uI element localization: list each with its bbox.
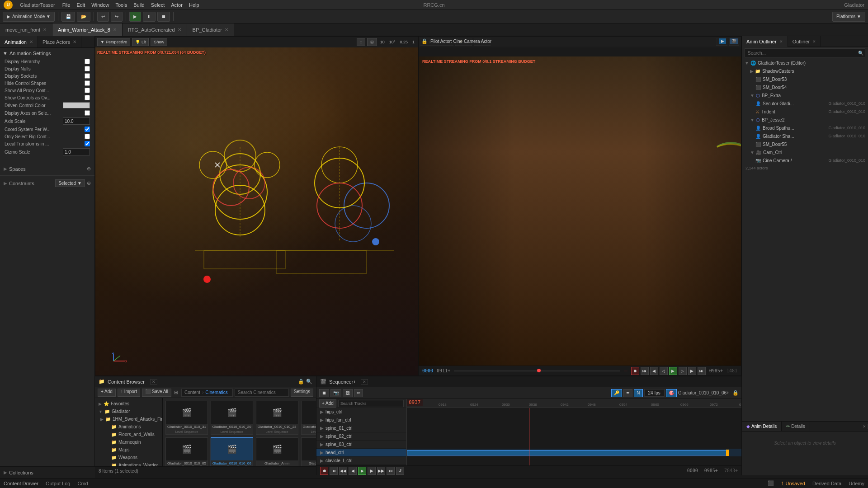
tab-place-close[interactable]: ✕ [73, 39, 76, 44]
seq-camera-btn[interactable]: 📷 [330, 389, 341, 397]
menu-file[interactable]: File [62, 2, 71, 8]
gizmo-scale-input[interactable] [63, 148, 90, 155]
spaces-add-icon[interactable]: ⊕ [87, 166, 91, 172]
tab-anim-outliner[interactable]: Anim Outliner ✕ [742, 36, 788, 47]
menu-build[interactable]: Build [133, 2, 144, 8]
seq-next[interactable]: ▶▶ [377, 467, 385, 475]
outliner-gladiator-sha[interactable]: 👤 Gladiator Sha... Gladiator_0010_010 [742, 132, 868, 140]
seq-record-btn[interactable]: N [634, 389, 642, 397]
fps-display[interactable]: 24 fps [644, 389, 665, 397]
constraints-row[interactable]: ▶ Constraints Selected ▼ ⊕ [0, 178, 94, 189]
prev-frame-btn[interactable]: ◀ [650, 367, 658, 375]
asset-card-5[interactable]: 🎬 Gladiator_0010_010_06 Level Sequence [211, 437, 253, 466]
seq-track-spine02[interactable]: ▶ spine_02_ctrl [316, 432, 406, 441]
axis-scale-input[interactable] [63, 117, 90, 125]
seq-pen-btn[interactable]: ✒ [623, 389, 632, 397]
seq-add-btn[interactable]: + Add [319, 399, 336, 408]
search-cinematics[interactable] [235, 389, 289, 397]
transform-button[interactable]: ↕ [357, 38, 365, 46]
outliner-broad-spathu[interactable]: 👤 Broad Spathu... Gladiator_0010_010 [742, 124, 868, 132]
tree-animations[interactable]: 📁 Animations [95, 423, 162, 431]
seq-track-hips-fan[interactable]: ▶ hips_fan_ctrl [316, 416, 406, 424]
seq-timeline[interactable]: 0937 0912 0918 0924 0930 0936 0942 0948 [407, 399, 741, 465]
grid-view-btn[interactable]: ⊞ [174, 389, 178, 395]
viewport-2[interactable]: ▼ Perspective 💡 Lit Show ⬜ ⊞ [418, 36, 741, 376]
udemy-btn[interactable]: Udemy [849, 481, 864, 486]
platforms-button[interactable]: Platforms ▼ [832, 12, 865, 22]
seq-track-spine03[interactable]: ▶ spine_03_ctrl [316, 441, 406, 449]
undo-button[interactable]: ↩ [97, 12, 109, 22]
display-axes-check[interactable] [85, 110, 90, 116]
seq-step-back[interactable]: ◀ [349, 467, 357, 475]
asset-card-4[interactable]: 🎬 Gladiator_0010_010_05 Level Sequence [165, 437, 208, 466]
asset-card-6[interactable]: 🎬 Gladiator_Anim Level Sequence [256, 437, 298, 466]
play-button[interactable]: ▶ [129, 12, 141, 22]
viewport-1[interactable]: ▼ Perspective 💡 Lit Show ↕ ⊞ 10 10° [95, 36, 418, 376]
tab-animation-close[interactable]: ✕ [29, 39, 33, 44]
seq-record-circle[interactable]: ⏺ [320, 467, 328, 475]
constraints-dropdown[interactable]: Selected ▼ [55, 179, 85, 187]
display-hierarchy-check[interactable] [85, 59, 90, 64]
seq-transport-btn[interactable]: ⏹ [319, 389, 329, 397]
seq-prev[interactable]: ◀◀ [339, 467, 347, 475]
source-control-btn[interactable]: ⬛ [768, 480, 774, 486]
skip-start-btn[interactable]: ⏮ [641, 367, 649, 375]
seq-track-clavicle-l[interactable]: ▶ clavicle_l_ctrl [316, 457, 406, 465]
lit-button-1[interactable]: 💡 Lit [132, 38, 149, 46]
tab-close[interactable]: ✕ [43, 27, 47, 32]
seq-track-head[interactable]: ▶ head_ctrl [316, 449, 406, 457]
seq-render-btn[interactable]: 🖼 [343, 389, 353, 397]
tree-animations-warrior[interactable]: 📁 Animations_Warrior [95, 461, 162, 466]
mode-button[interactable]: ▶ Animation Mode ▼ [3, 12, 55, 22]
only-select-check[interactable] [85, 134, 90, 139]
open-button[interactable]: 📂 [77, 12, 90, 22]
tree-1hm-sword[interactable]: ▶ 📁 1HM_Sword_Attacks_Finishers [95, 415, 162, 423]
outliner-sm-door54[interactable]: ⬛ SM_Door54 [742, 83, 868, 91]
hide-control-check[interactable] [85, 80, 90, 86]
skip-end-btn[interactable]: ⏭ [698, 367, 706, 375]
tab-animation[interactable]: Animation ✕ [0, 36, 38, 47]
play-forward-btn[interactable]: ▶ [669, 367, 677, 375]
tab-anim-warrior[interactable]: Anim_Warrior_Attack_8 ✕ [52, 23, 123, 36]
tree-gladiator-root[interactable]: ▼ 📁 Gladiator [95, 408, 162, 415]
seq-edit-btn[interactable]: ✏ [354, 389, 363, 397]
tab-bp-gladiator[interactable]: BP_Gladiator ✕ [187, 23, 234, 36]
content-browser-close-icon[interactable]: ✕ [150, 379, 157, 385]
seq-key-btn[interactable]: 🔑 [611, 389, 622, 397]
driven-color-swatch[interactable] [63, 102, 90, 108]
content-drawer-btn[interactable]: Content Drawer [4, 481, 38, 486]
pilot-icon-2[interactable]: 🎬 [730, 38, 738, 44]
display-nulls-check[interactable] [85, 66, 90, 71]
asset-card-3[interactable]: 🎬 Gladiator_0010_010_54 Level Sequence [301, 401, 316, 435]
constraints-add-icon[interactable]: ⊕ [87, 180, 91, 186]
unsaved-indicator[interactable]: 1 Unsaved [781, 481, 805, 486]
tab-close-active[interactable]: ✕ [113, 27, 117, 32]
anim-settings-header[interactable]: ▼ Animation Settings [3, 51, 92, 56]
menu-tools[interactable]: Tools [115, 2, 127, 8]
next-frame-btn[interactable]: ▶ [688, 367, 696, 375]
tree-mannequin[interactable]: 📁 Mannequin [95, 438, 162, 446]
anim-outliner-close[interactable]: ✕ [779, 39, 783, 44]
menu-edit[interactable]: Edit [76, 2, 85, 8]
asset-card-0[interactable]: 🎬 Gladiator_0010_010_31 Level Sequence [165, 401, 208, 435]
tab-close-3[interactable]: ✕ [225, 27, 228, 32]
tree-weapons[interactable]: 📁 Weapons [95, 454, 162, 461]
prev-btn[interactable]: ◁ [660, 367, 668, 375]
save-button[interactable]: 💾 [61, 12, 75, 22]
cmd-btn[interactable]: Cmd [77, 481, 88, 486]
outliner-sm-door53[interactable]: ⬛ SM_Door53 [742, 75, 868, 83]
proxy-cont-check[interactable] [85, 88, 90, 93]
seq-step-fwd[interactable]: ▶ [368, 467, 376, 475]
seq-playhead[interactable] [529, 408, 529, 465]
outliner-search[interactable] [745, 48, 865, 57]
details-close-icon[interactable]: ✕ [861, 424, 868, 429]
timeline-scrub[interactable] [454, 371, 620, 371]
asset-card-7[interactable]: 🎬 Gladiator_Man... Level Sequence [301, 437, 316, 466]
controls-overlay-check[interactable] [85, 95, 90, 100]
seq-search-input[interactable] [338, 400, 404, 407]
local-transforms-check[interactable] [85, 141, 90, 146]
tab-move-run-front[interactable]: move_run_front ✕ [0, 23, 52, 36]
tab-rtg[interactable]: RTG_AutoGenerated ✕ [123, 23, 187, 36]
tab-close-2[interactable]: ✕ [178, 27, 181, 32]
details-close-btn[interactable]: ✕ [861, 422, 868, 431]
